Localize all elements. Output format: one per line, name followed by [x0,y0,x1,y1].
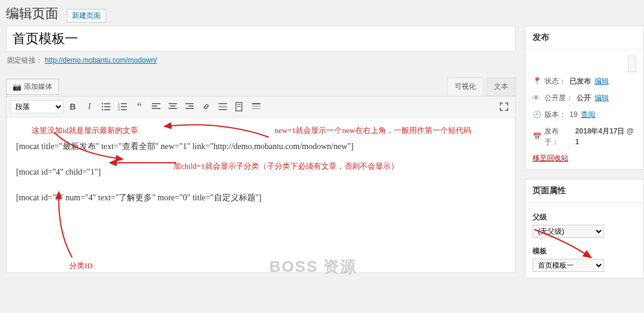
svg-point-2 [102,106,103,107]
move-to-trash-link[interactable]: 移至回收站 [533,154,568,162]
svg-rect-9 [121,106,127,107]
svg-rect-15 [169,103,177,104]
svg-rect-27 [252,103,260,104]
svg-rect-7 [121,103,127,104]
svg-point-4 [102,109,103,110]
svg-rect-17 [169,108,177,109]
svg-rect-1 [104,103,110,104]
media-icon: 📷 [13,83,21,91]
post-title-input[interactable] [6,26,516,52]
align-right-button[interactable] [182,99,197,114]
toolbar-toggle-button[interactable] [248,99,264,114]
bold-button[interactable]: B [65,99,80,114]
svg-rect-5 [104,109,110,110]
svg-rect-21 [219,103,227,104]
page-attributes-title: 页面属性 [525,179,643,203]
editor-mode-tabs: 可视化 文本 [447,78,516,96]
publish-panel: 发布 📍 状态： 已发布 编辑 👁 公开度： 公开 编辑 🕘 [525,26,644,170]
status-row: 📍 状态： 已发布 编辑 [533,76,636,86]
permalink-label: 固定链接： [7,56,43,64]
page-break-button[interactable] [232,99,247,114]
ol-button[interactable]: 123 [115,99,130,114]
svg-rect-11 [121,109,127,110]
svg-rect-22 [219,106,227,107]
svg-rect-28 [252,106,260,107]
publish-panel-title: 发布 [525,26,643,49]
new-page-button[interactable]: 新建页面 [67,9,106,23]
status-edit-link[interactable]: 编辑 [595,76,609,86]
fullscreen-button[interactable] [496,99,512,114]
svg-rect-25 [237,104,241,105]
link-button[interactable] [198,99,214,114]
svg-rect-14 [152,108,160,109]
svg-rect-29 [252,108,260,109]
eye-icon: 👁 [533,92,541,103]
permalink-row: 固定链接： http://demo.mobantu.com/modown/ [6,52,516,72]
svg-rect-13 [152,106,157,107]
svg-rect-18 [185,103,194,104]
svg-text:3: 3 [118,108,120,111]
svg-rect-16 [170,106,176,107]
quote-button[interactable]: “ [132,99,147,114]
add-media-label: 添加媒体 [24,82,52,92]
svg-rect-26 [237,106,241,107]
svg-rect-12 [152,103,160,104]
svg-rect-19 [188,106,194,107]
permalink-url[interactable]: http://demo.mobantu.com/modown/ [45,56,157,64]
add-media-button[interactable]: 📷 添加媒体 [6,79,59,95]
publishdate-row: 📅 发布于： 2018年4月17日 @ 1 [533,126,636,147]
tab-visual[interactable]: 可视化 [447,78,484,96]
tab-text[interactable]: 文本 [486,78,516,96]
content-line-1: [mocat title="最新发布" text="查看全部" new="1" … [16,138,506,156]
annotation-2: new=1就会显示一个new在右上角，一般用作第一个短代码 [275,122,471,140]
italic-button[interactable]: I [82,99,97,114]
editor-content[interactable]: 这里没加id就是显示最新的文章 new=1就会显示一个new在右上角，一般用作第… [7,117,515,272]
revisions-link[interactable]: 查阅 [581,109,595,120]
revisions-icon: 🕘 [533,109,541,120]
revisions-row: 🕘 版本： 19 查阅 [533,109,636,120]
svg-rect-20 [185,108,194,109]
annotation-4: 分类ID [69,258,93,275]
pin-icon: 📍 [533,76,541,86]
svg-rect-23 [219,109,227,110]
annotation-3: 加child=1就会显示子分类（子分类下必须有文章，否则不会显示） [173,158,399,175]
template-label: 模板 [533,246,636,256]
svg-point-0 [102,103,103,104]
visibility-edit-link[interactable]: 编辑 [595,92,609,103]
parent-select[interactable]: (无父级) [533,225,604,238]
editor-toolbar: 段落 B I 123 “ [7,97,515,117]
visibility-row: 👁 公开度： 公开 编辑 [533,92,636,103]
content-line-3: [mocat id="3" num="4" text="了解更多" more="… [16,189,506,207]
more-button[interactable] [215,99,231,114]
template-select[interactable]: 首页模板一 [533,259,604,272]
calendar-icon: 📅 [533,131,541,142]
align-center-button[interactable] [165,99,181,114]
panel-corner-button[interactable] [628,55,636,72]
annotation-1: 这里没加id就是显示最新的文章 [32,122,138,140]
align-left-button[interactable] [148,99,164,114]
ul-button[interactable] [98,99,114,114]
parent-label: 父级 [533,212,636,222]
page-heading: 编辑页面 [6,5,58,23]
editor: 段落 B I 123 “ 这里没加id就是显示最新的文章 new=1就会显示一个… [6,96,516,273]
format-select[interactable]: 段落 [10,100,64,113]
svg-rect-3 [104,106,110,107]
page-attributes-panel: 页面属性 父级 (无父级) 模板 首页模板一 [525,179,644,278]
